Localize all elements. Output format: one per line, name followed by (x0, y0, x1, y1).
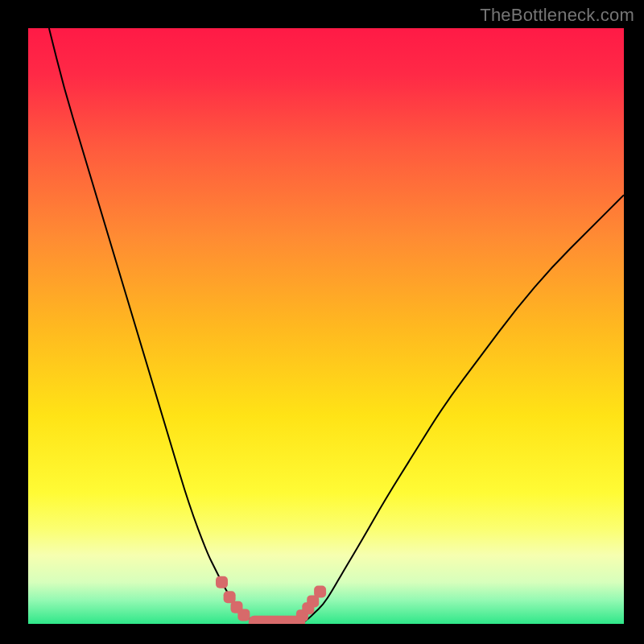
chart-svg (28, 28, 624, 624)
left-curve (49, 28, 254, 623)
plot-area (28, 28, 624, 624)
chart-frame: TheBottleneck.com (0, 0, 644, 644)
right-curve (302, 195, 624, 622)
watermark-text: TheBottleneck.com (480, 5, 634, 26)
data-markers (216, 576, 326, 621)
baseline-bar (249, 616, 305, 624)
data-marker (216, 576, 228, 588)
data-marker (237, 609, 250, 621)
data-marker (314, 586, 326, 598)
